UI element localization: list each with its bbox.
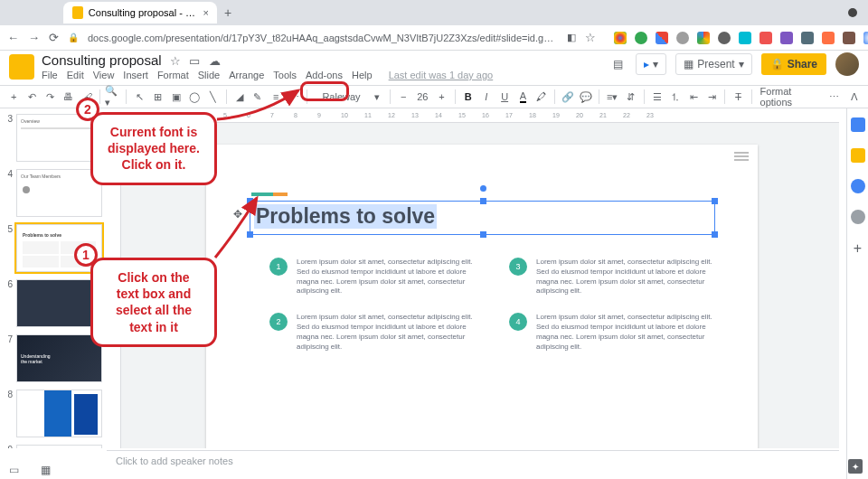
browser-profile-icon[interactable]: [848, 8, 857, 17]
menu-tools[interactable]: Tools: [273, 70, 297, 80]
title-textbox[interactable]: Problems to solve: [250, 201, 715, 235]
content-item[interactable]: 2Lorem ipsum dolor sit amet, consectetur…: [269, 313, 482, 352]
url-text[interactable]: docs.google.com/presentation/d/17pY3V_t8…: [88, 33, 558, 43]
add-addon-button[interactable]: +: [851, 240, 865, 255]
list-button[interactable]: ☰: [648, 88, 665, 106]
side-panel: + ›: [846, 108, 868, 479]
menu-help[interactable]: Help: [352, 70, 373, 80]
highlight-button[interactable]: 🖍: [533, 88, 550, 106]
slides-logo-icon[interactable]: [9, 54, 34, 80]
ext-icon[interactable]: [635, 32, 647, 44]
slide-title[interactable]: Problems to solve: [254, 204, 437, 229]
text-color-button[interactable]: A: [514, 88, 531, 106]
link-button[interactable]: 🔗: [560, 88, 576, 106]
underline-button[interactable]: U: [496, 88, 513, 106]
slide-thumbnail[interactable]: [16, 279, 102, 327]
textbox-tool[interactable]: ⊞: [150, 88, 166, 106]
comments-icon[interactable]: ▤: [609, 55, 627, 73]
ext-icon[interactable]: [760, 32, 772, 44]
content-item[interactable]: 4Lorem ipsum dolor sit amet, consectetur…: [509, 313, 722, 352]
ext-icon[interactable]: [718, 32, 731, 44]
align-button[interactable]: ≡▾: [604, 88, 620, 106]
clear-formatting-button[interactable]: T: [730, 88, 746, 106]
forward-button[interactable]: →: [28, 31, 40, 44]
back-button[interactable]: ←: [7, 31, 19, 44]
slide-thumbnail[interactable]: Overview: [16, 114, 102, 162]
grid-view-icon[interactable]: ▦: [41, 464, 51, 476]
calendar-icon[interactable]: [851, 117, 865, 132]
account-avatar[interactable]: [835, 52, 859, 76]
present-button[interactable]: ▦ Present ▾: [675, 53, 751, 75]
move-icon[interactable]: ▭: [189, 54, 200, 68]
content-item[interactable]: 3Lorem ipsum dolor sit amet, consectetur…: [509, 258, 722, 296]
speaker-notes[interactable]: Click to add speaker notes: [107, 450, 839, 472]
menu-slide[interactable]: Slide: [198, 70, 220, 80]
slide[interactable]: Problems to solve ✥ 1Lorem ipsum dolor s…: [206, 145, 758, 448]
slide-thumbnail[interactable]: [16, 445, 102, 448]
bold-button[interactable]: B: [460, 88, 476, 106]
increase-indent-button[interactable]: ⇥: [703, 88, 720, 106]
italic-button[interactable]: I: [478, 88, 495, 106]
ext-icon[interactable]: [697, 32, 710, 44]
doc-title[interactable]: Consulting proposal: [42, 52, 162, 68]
slide-thumbnail[interactable]: Our Team Members: [16, 169, 102, 217]
zoom-button[interactable]: 🔍▾: [105, 88, 121, 106]
keep-icon[interactable]: [851, 148, 865, 163]
redo-button[interactable]: ↷: [42, 88, 59, 106]
tasks-icon[interactable]: [851, 179, 865, 193]
menu-edit[interactable]: Edit: [67, 70, 84, 80]
menu-add-ons[interactable]: Add-ons: [306, 70, 343, 80]
slideshow-dropdown[interactable]: ▸ ▾: [636, 53, 666, 75]
ext-icon[interactable]: [614, 32, 627, 44]
menu-format[interactable]: Format: [157, 70, 189, 80]
line-spacing-button[interactable]: ⇵: [622, 88, 638, 106]
share-button[interactable]: 🔒 Share: [761, 53, 826, 75]
lock-icon: 🔒: [68, 33, 79, 42]
explore-button[interactable]: ✦: [848, 459, 863, 474]
ext-icon[interactable]: [801, 32, 814, 44]
image-tool[interactable]: ▣: [168, 88, 184, 106]
annotation-highlight-fontbox: [300, 81, 349, 101]
star-icon[interactable]: ☆: [170, 54, 181, 68]
ext-icon[interactable]: [843, 32, 855, 44]
increase-font-button[interactable]: +: [433, 88, 449, 106]
select-tool[interactable]: ↖: [131, 88, 147, 106]
content-item[interactable]: 1Lorem ipsum dolor sit amet, consectetur…: [269, 258, 482, 296]
format-options-button[interactable]: Format options: [757, 86, 825, 108]
toolbar: + ↶ ↷ 🖶 🖌 🔍▾ ↖ ⊞ ▣ ◯ ╲ ◢ ✎ ≡ ⋯ Raleway ▾…: [0, 85, 868, 108]
menu-arrange[interactable]: Arrange: [229, 70, 264, 80]
ext-icon[interactable]: [780, 32, 793, 44]
close-tab-icon[interactable]: ×: [203, 7, 208, 18]
font-dropdown-icon[interactable]: ▾: [369, 88, 385, 106]
ext-icon[interactable]: [656, 32, 668, 44]
filmstrip-view-icon[interactable]: ▭: [9, 464, 19, 476]
qr-icon[interactable]: ◧: [567, 32, 576, 43]
decrease-indent-button[interactable]: ⇤: [685, 88, 702, 106]
menu-file[interactable]: File: [42, 70, 58, 80]
last-edit-link[interactable]: Last edit was 1 day ago: [389, 70, 494, 80]
browser-tab[interactable]: Consulting proposal - Google ×: [63, 2, 217, 23]
decrease-font-button[interactable]: −: [395, 88, 411, 106]
star-omnibox-icon[interactable]: ☆: [585, 31, 596, 44]
font-size-input[interactable]: 26: [413, 91, 431, 102]
print-button[interactable]: 🖶: [61, 88, 77, 106]
menu-insert[interactable]: Insert: [123, 70, 148, 80]
undo-button[interactable]: ↶: [24, 88, 40, 106]
slide-menu-icon[interactable]: [734, 152, 749, 161]
toolbar-more-button[interactable]: ⋯: [826, 88, 843, 106]
ext-icon[interactable]: [739, 32, 751, 44]
slide-thumbnail[interactable]: [16, 390, 102, 437]
comment-button[interactable]: 💬: [578, 88, 594, 106]
new-slide-button[interactable]: +: [5, 88, 22, 106]
hide-menus-button[interactable]: ᐱ: [846, 88, 863, 106]
ext-icon[interactable]: [676, 32, 689, 44]
shape-tool[interactable]: ◯: [186, 88, 203, 106]
ext-icon[interactable]: [863, 32, 868, 44]
ext-icon[interactable]: [822, 32, 835, 44]
menu-view[interactable]: View: [93, 70, 115, 80]
contacts-icon[interactable]: [851, 210, 865, 224]
numbered-list-button[interactable]: ⒈: [667, 88, 684, 106]
new-tab-button[interactable]: +: [224, 5, 231, 20]
reload-button[interactable]: ⟳: [49, 31, 59, 44]
slide-thumbnail[interactable]: Understandingthe market: [16, 334, 102, 382]
